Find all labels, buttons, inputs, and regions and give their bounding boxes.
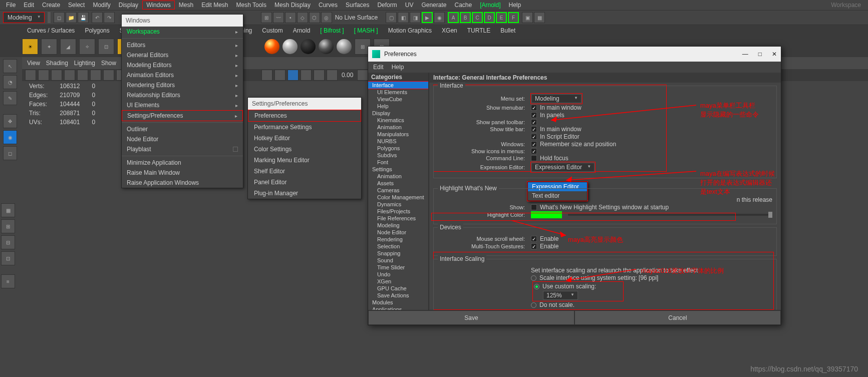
- panel-f-icon[interactable]: F: [508, 12, 519, 23]
- misc-a-icon[interactable]: ▣: [522, 12, 533, 23]
- windows-item-editors[interactable]: Editors▸: [122, 40, 243, 50]
- windows-item-relationship-editors[interactable]: Relationship Editors▸: [122, 90, 243, 100]
- settings-search[interactable]: Settings/Preferences: [248, 98, 361, 110]
- maximize-button[interactable]: □: [758, 51, 762, 58]
- menu-mesh-display[interactable]: Mesh Display: [270, 1, 315, 10]
- ipr-icon[interactable]: ◉: [434, 12, 445, 23]
- category-help[interactable]: Help: [368, 103, 428, 110]
- mode-dropdown[interactable]: Modeling: [3, 12, 45, 23]
- category-assets[interactable]: Assets: [368, 180, 428, 187]
- construction-history-icon[interactable]: ▢: [386, 12, 397, 23]
- vp-e-icon[interactable]: [103, 70, 114, 81]
- rotate-tool-icon[interactable]: ◉: [3, 130, 17, 144]
- scale-tool-icon[interactable]: ◻: [3, 146, 17, 160]
- render-icon[interactable]: ▶: [422, 12, 433, 23]
- category-gpu-cache[interactable]: GPU Cache: [368, 285, 428, 292]
- category-sound[interactable]: Sound: [368, 257, 428, 264]
- redo-icon[interactable]: ↷: [104, 12, 115, 23]
- category-viewcube[interactable]: ViewCube: [368, 96, 428, 103]
- shelf-tab-custom[interactable]: Custom: [257, 26, 287, 36]
- menu-uv[interactable]: UV: [401, 1, 418, 10]
- vp-l-icon[interactable]: [357, 70, 368, 81]
- gestures-checkbox[interactable]: [531, 243, 537, 249]
- vp-i-icon[interactable]: [301, 70, 312, 81]
- panel-a-icon[interactable]: A: [448, 12, 459, 23]
- shelf-tab-bullet[interactable]: Bullet: [495, 26, 520, 36]
- panel-e-icon[interactable]: E: [496, 12, 507, 23]
- menu-generate[interactable]: Generate: [417, 1, 450, 10]
- category-modeling[interactable]: Modeling: [368, 222, 428, 229]
- light-icon[interactable]: ☀: [22, 39, 38, 55]
- category-settings[interactable]: Settings: [368, 166, 428, 173]
- settings-item-color-settings[interactable]: Color Settings: [248, 144, 361, 155]
- snap-plane-icon[interactable]: ◇: [297, 12, 308, 23]
- category-modules[interactable]: Modules: [368, 299, 428, 306]
- shader-ball-gradient-icon[interactable]: [264, 39, 279, 54]
- close-button[interactable]: ✕: [772, 51, 777, 58]
- settings-item-hotkey-editor[interactable]: Hotkey Editor: [248, 133, 361, 144]
- category-undo[interactable]: Undo: [368, 271, 428, 278]
- select-tool-icon[interactable]: ↖: [3, 59, 17, 73]
- minimize-button[interactable]: —: [742, 51, 748, 58]
- menu-create[interactable]: Create: [38, 1, 64, 10]
- open-scene-icon[interactable]: 📁: [66, 12, 77, 23]
- snap-live-icon[interactable]: ◎: [321, 12, 332, 23]
- snap-curve-icon[interactable]: 〰: [273, 12, 284, 23]
- scaling-custom-radio[interactable]: [534, 284, 539, 289]
- layout-two-icon[interactable]: ⊟: [1, 235, 15, 249]
- shelf-tab-turtle[interactable]: TURTLE: [462, 26, 495, 36]
- menu-arnold[interactable]: [Arnold]: [476, 1, 504, 10]
- category-dynamics[interactable]: Dynamics: [368, 201, 428, 208]
- pref-help-menu[interactable]: Help: [392, 64, 404, 71]
- shader-ball-white-icon[interactable]: [282, 39, 298, 54]
- light3-icon[interactable]: ◢: [60, 39, 76, 55]
- menu-display[interactable]: Display: [115, 1, 142, 10]
- shader-ball-gray-icon[interactable]: [337, 39, 352, 54]
- layout-list-icon[interactable]: ≡: [1, 274, 15, 288]
- vp-b-icon[interactable]: [64, 70, 75, 81]
- new-scene-icon[interactable]: ◻: [54, 12, 65, 23]
- windows-item-settings-preferences[interactable]: Settings/Preferences▸: [122, 111, 242, 121]
- shelf-tab-curves[interactable]: Curves / Surfaces: [22, 26, 80, 36]
- layout-custom-icon[interactable]: ⊡: [1, 251, 15, 265]
- misc-b-icon[interactable]: ▦: [534, 12, 545, 23]
- category-nurbs[interactable]: NURBS: [368, 138, 428, 145]
- menu-cache[interactable]: Cache: [450, 1, 476, 10]
- settings-item-performance-settings[interactable]: Performance Settings: [248, 122, 361, 133]
- category-ui-elements[interactable]: UI Elements: [368, 89, 428, 96]
- windows-item-modeling-editors[interactable]: Modeling Editors▸: [122, 60, 243, 70]
- shelf-tab-bifrost[interactable]: [ Bifrost ]: [315, 26, 349, 36]
- show-title-script-checkbox[interactable]: [531, 134, 537, 140]
- vp-g-icon[interactable]: [261, 70, 272, 81]
- vp-c-icon[interactable]: [77, 70, 88, 81]
- windows-item-general-editors[interactable]: General Editors▸: [122, 50, 243, 60]
- scaling-none-radio[interactable]: [531, 302, 536, 308]
- settings-item-marking-menu-editor[interactable]: Marking Menu Editor: [248, 155, 361, 166]
- windows-remember-checkbox[interactable]: [531, 141, 537, 147]
- windows-item-playblast[interactable]: Playblast: [122, 144, 243, 154]
- settings-item-preferences[interactable]: Preferences: [248, 110, 361, 121]
- show-menu[interactable]: Show: [101, 60, 116, 67]
- menu-mesh[interactable]: Mesh: [175, 1, 197, 10]
- category-files-projects[interactable]: Files/Projects: [368, 208, 428, 215]
- category-file-references[interactable]: File References: [368, 215, 428, 222]
- show-menubar-panels-checkbox[interactable]: [531, 112, 537, 118]
- windows-item-outliner[interactable]: Outliner: [122, 124, 243, 134]
- shelf-tab-xgen[interactable]: XGen: [437, 26, 462, 36]
- show-icons-checkbox[interactable]: [531, 148, 537, 154]
- menu-mesh-tools[interactable]: Mesh Tools: [232, 1, 270, 10]
- windows-item-node-editor[interactable]: Node Editor: [122, 134, 243, 144]
- settings-item-plug-in-manager[interactable]: Plug-in Manager: [248, 188, 361, 199]
- menu-edit[interactable]: Edit: [20, 1, 38, 10]
- show-panel-toolbar-checkbox[interactable]: [531, 119, 537, 125]
- paint-tool-icon[interactable]: ✎: [3, 91, 17, 105]
- vp-active-icon[interactable]: [287, 70, 299, 81]
- layout-single-icon[interactable]: ▦: [1, 203, 15, 217]
- category-time-slider[interactable]: Time Slider: [368, 264, 428, 271]
- highlight-show-checkbox[interactable]: [531, 204, 537, 210]
- windows-item-raise-main-window[interactable]: Raise Main Window: [122, 168, 243, 178]
- snap-point-icon[interactable]: •: [285, 12, 296, 23]
- vp-h-icon[interactable]: [274, 70, 285, 81]
- category-color-management[interactable]: Color Management: [368, 194, 428, 201]
- wheel-checkbox[interactable]: [531, 236, 537, 242]
